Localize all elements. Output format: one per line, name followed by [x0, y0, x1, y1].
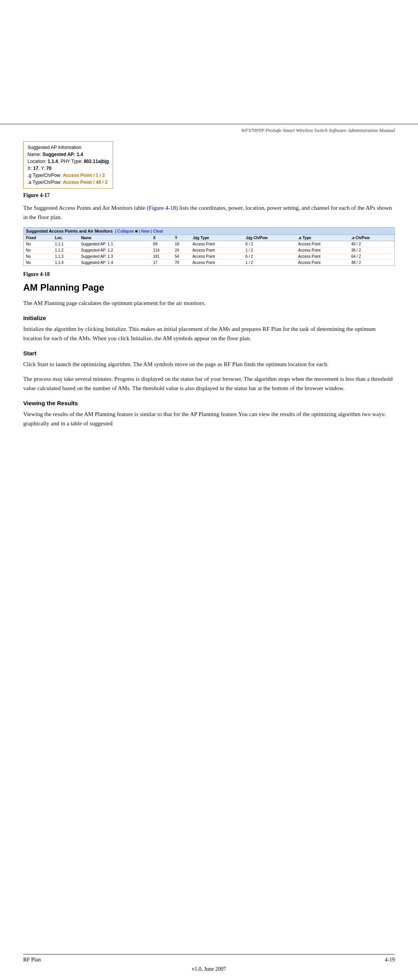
footer: RF Plan 4-19 [23, 954, 395, 966]
cell-y: 24 [173, 247, 190, 254]
cell-y: 18 [173, 241, 190, 247]
viewing-heading: Viewing the Results [23, 400, 395, 406]
cell-name: Suggested AP: 1.2 [79, 247, 151, 254]
col-fixed: Fixed [24, 235, 53, 241]
cell-loc: 1.1.4 [53, 260, 79, 266]
start-text2: The process may take several minutes. Pr… [23, 374, 395, 393]
cell-bg-ch-pow: 1 / 2 [243, 260, 296, 266]
cell-a-ch-pow: 40 / 2 [349, 241, 394, 247]
cell-a-ch-pow: 64 / 2 [349, 254, 394, 260]
table-row: No 1.1.4 Suggested AP: 1.4 17 70 Access … [24, 260, 394, 266]
cell-bg-type: Access Point [190, 247, 243, 254]
page-container: WFS709TP ProSafe Smart Wireless Switch S… [0, 0, 418, 980]
para1-before: The Suggested Access Points and Air Moni… [23, 205, 149, 211]
table-title: Suggested Access Points and Air Monitors [26, 229, 113, 233]
table-header: Fixed Loc. Name X Y .b|g Type .b|g Ch/Po… [24, 235, 394, 241]
table-header-row: Suggested Access Points and Air Monitors… [24, 228, 394, 235]
figure-18-intro-para: The Suggested Access Points and Air Moni… [23, 203, 395, 222]
collapse-link[interactable]: Collapse [117, 229, 134, 233]
cell-fixed: No [24, 241, 53, 247]
suggested-ap-table: Fixed Loc. Name X Y .b|g Type .b|g Ch/Po… [24, 235, 394, 266]
cell-y: 54 [173, 254, 190, 260]
figure-18-table-container: Suggested Access Points and Air Monitors… [23, 227, 395, 266]
tooltip-x-prefix: X: [27, 166, 33, 171]
table-row: No 1.1.1 Suggested AP: 1.1 69 18 Access … [24, 241, 394, 247]
figure-17-label: Figure 4-17 [23, 192, 395, 199]
cell-bg-ch-pow: 6 / 2 [243, 241, 296, 247]
cell-x: 17 [151, 260, 172, 266]
col-y: Y [173, 235, 190, 241]
start-heading: Start [23, 350, 395, 356]
cell-fixed: No [24, 260, 53, 266]
footer-version: v1.0, June 2007 [0, 966, 418, 980]
cell-fixed: No [24, 247, 53, 254]
tooltip-g-type: Access Point [63, 173, 92, 178]
tooltip-g-suffix: / 1 / 2 [92, 173, 105, 178]
top-spacer [0, 0, 418, 124]
cell-a-type: Access Point [296, 260, 349, 266]
tooltip-line5: .g Type/Ch/Pow: Access Point / 1 / 2 [27, 172, 109, 179]
col-bg-type: .b|g Type [190, 235, 243, 241]
tooltip-y-sep: , Y: [38, 166, 46, 171]
tooltip-y-value: 70 [46, 166, 51, 171]
cell-x: 114 [151, 247, 172, 254]
tooltip-a-type: Access Point [63, 180, 92, 185]
start-text1: Click Start to launch the optimizing alg… [23, 360, 395, 369]
cell-y: 70 [173, 260, 190, 266]
cell-a-ch-pow: 36 / 2 [349, 247, 394, 254]
tooltip-phy-value: 802.11a|b|g [84, 159, 109, 164]
tooltip-location-value: 1.1.4 [48, 159, 58, 164]
cell-bg-ch-pow: 1 / 2 [243, 247, 296, 254]
cell-loc: 1.1.1 [53, 241, 79, 247]
initialize-heading: Initialize [23, 315, 395, 321]
col-a-type: .a Type [296, 235, 349, 241]
cell-loc: 1.1.2 [53, 247, 79, 254]
am-planning-title: AM Planning Page [23, 282, 395, 293]
tooltip-g-prefix: .g Type/Ch/Pow: [27, 173, 63, 178]
bottom-spacer [0, 644, 418, 954]
tooltip-line1: Suggested AP Information [27, 144, 109, 151]
cell-a-type: Access Point [296, 247, 349, 254]
cell-name: Suggested AP: 1.4 [79, 260, 151, 266]
tooltip-x-value: 17 [33, 166, 38, 171]
main-content: Suggested AP Information Name: Suggested… [0, 141, 418, 644]
table-row: No 1.1.3 Suggested AP: 1.3 181 54 Access… [24, 254, 394, 260]
tooltip-line6: .a Type/Ch/Pow: Access Point / 48 / 2 [27, 179, 109, 186]
cell-bg-type: Access Point [190, 260, 243, 266]
am-planning-intro: The AM Planning page calculates the opti… [23, 298, 395, 308]
col-name: Name [79, 235, 151, 241]
figure-17-tooltip: Suggested AP Information Name: Suggested… [23, 141, 113, 188]
cell-a-ch-pow: 48 / 2 [349, 260, 394, 266]
cell-bg-type: Access Point [190, 241, 243, 247]
col-bg-ch-pow: .b|g Ch/Pow [243, 235, 296, 241]
clear-link[interactable]: Clear [153, 229, 163, 233]
table-body: No 1.1.1 Suggested AP: 1.1 69 18 Access … [24, 241, 394, 266]
figure-18-link[interactable]: Figure 4-18 [149, 205, 176, 211]
tooltip-phy-sep: , PHY Type: [58, 159, 84, 164]
footer-right: 4-19 [385, 957, 395, 963]
header-title: WFS709TP ProSafe Smart Wireless Switch S… [241, 127, 395, 133]
tooltip-line3: Location: 1.1.4, PHY Type: 802.11a|b|g [27, 158, 109, 165]
col-x: X [151, 235, 172, 241]
cell-bg-ch-pow: 6 / 2 [243, 254, 296, 260]
new-link[interactable]: New [141, 229, 150, 233]
tooltip-line4: X: 17, Y: 70 [27, 165, 109, 172]
cell-loc: 1.1.3 [53, 254, 79, 260]
cell-name: Suggested AP: 1.1 [79, 241, 151, 247]
cell-fixed: No [24, 254, 53, 260]
table-row: No 1.1.2 Suggested AP: 1.2 114 24 Access… [24, 247, 394, 254]
header-area: WFS709TP ProSafe Smart Wireless Switch S… [0, 124, 418, 134]
figure-18-label: Figure 4-18 [23, 271, 395, 278]
cell-x: 181 [151, 254, 172, 260]
col-loc: Loc. [53, 235, 79, 241]
cell-a-type: Access Point [296, 241, 349, 247]
tooltip-name-value: Suggested AP: 1.4 [43, 152, 83, 157]
cell-bg-type: Access Point [190, 254, 243, 260]
tooltip-a-prefix: .a Type/Ch/Pow: [27, 180, 63, 185]
tooltip-a-suffix: / 48 / 2 [92, 180, 108, 185]
table-links: | Collapse ■ | New | Clear [115, 229, 163, 233]
cell-name: Suggested AP: 1.3 [79, 254, 151, 260]
viewing-text: Viewing the results of the AM Planning f… [23, 409, 395, 428]
tooltip-location-prefix: Location: [27, 159, 48, 164]
tooltip-name-prefix: Name: [27, 152, 43, 157]
